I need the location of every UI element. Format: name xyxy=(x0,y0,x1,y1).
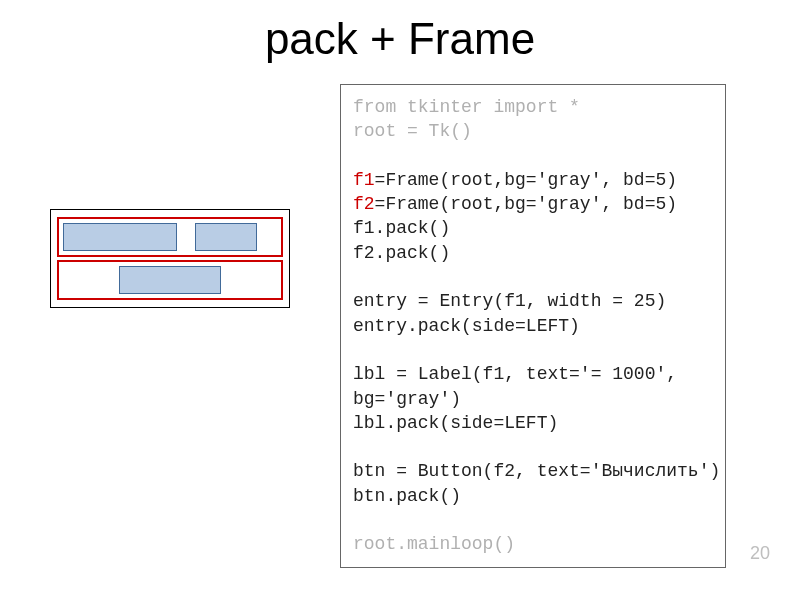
code-block: from tkinter import * root = Tk() f1=Fra… xyxy=(340,84,726,568)
tk-root-window xyxy=(50,209,290,308)
frame-f2 xyxy=(57,260,283,300)
code-line: f2.pack() xyxy=(353,243,450,263)
entry-widget xyxy=(63,223,177,251)
page-number: 20 xyxy=(750,543,770,564)
diagram-column xyxy=(0,84,340,308)
code-line: =Frame(root,bg='gray', bd=5) xyxy=(375,170,677,190)
slide-title: pack + Frame xyxy=(0,14,800,64)
code-line: f1.pack() xyxy=(353,218,450,238)
content-row: from tkinter import * root = Tk() f1=Fra… xyxy=(0,84,800,568)
code-var-f1: f1 xyxy=(353,170,375,190)
button-widget xyxy=(119,266,221,294)
frame-f1 xyxy=(57,217,283,257)
code-line: from tkinter import * xyxy=(353,97,580,117)
code-column: from tkinter import * root = Tk() f1=Fra… xyxy=(340,84,800,568)
code-line: root.mainloop() xyxy=(353,534,515,554)
code-line: root = Tk() xyxy=(353,121,472,141)
code-line: btn.pack() xyxy=(353,486,461,506)
code-line: bg='gray') xyxy=(353,389,461,409)
code-line: lbl.pack(side=LEFT) xyxy=(353,413,558,433)
code-line: btn = Button(f2, text='Вычислить') xyxy=(353,461,720,481)
label-widget xyxy=(195,223,257,251)
code-var-f2: f2 xyxy=(353,194,375,214)
code-line: entry.pack(side=LEFT) xyxy=(353,316,580,336)
code-line: entry = Entry(f1, width = 25) xyxy=(353,291,666,311)
code-line: =Frame(root,bg='gray', bd=5) xyxy=(375,194,677,214)
code-line: lbl = Label(f1, text='= 1000', xyxy=(353,364,677,384)
